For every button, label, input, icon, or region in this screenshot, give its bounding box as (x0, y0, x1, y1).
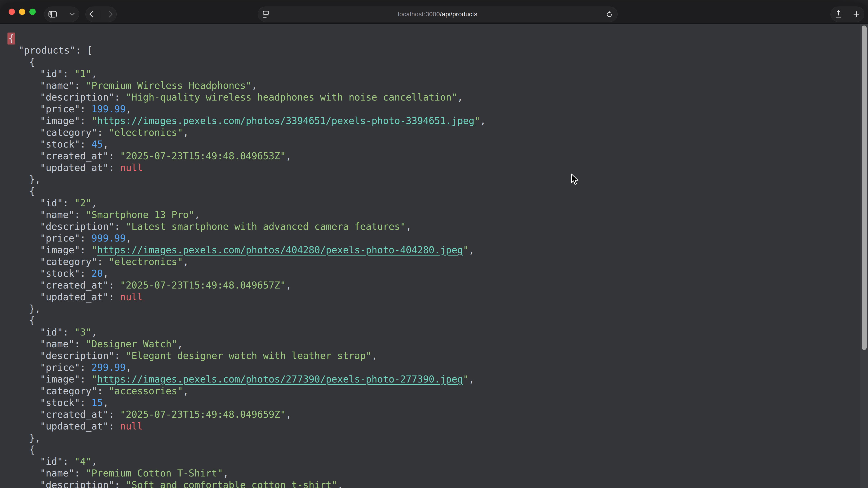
scrollbar-track[interactable] (860, 24, 868, 488)
json-line: "name": "Smartphone 13 Pro", (0, 209, 868, 221)
url-host: localhost:3000 (398, 11, 440, 18)
json-key: "image" (40, 374, 80, 385)
sidebar-toggle-button[interactable] (49, 11, 57, 18)
back-icon (89, 11, 94, 18)
json-token: : (97, 256, 109, 267)
json-line: { (0, 186, 868, 197)
forward-icon (108, 11, 113, 18)
json-string: "accessories" (108, 385, 183, 396)
minimize-window-button[interactable] (19, 8, 25, 15)
json-line: "name": "Designer Watch", (0, 338, 868, 350)
json-key: "image" (40, 245, 80, 256)
json-token: { (29, 444, 35, 455)
zoom-window-button[interactable] (29, 8, 36, 15)
json-token: , (286, 151, 291, 162)
json-line: { (0, 444, 868, 456)
json-key: "created_at" (40, 409, 108, 420)
json-token: : (97, 385, 109, 396)
json-line: "created_at": "2025-07-23T15:49:48.04965… (0, 280, 868, 291)
json-token: { (29, 186, 35, 197)
json-token: : (75, 45, 87, 56)
json-token: : (80, 245, 92, 256)
json-string: "electronics" (108, 127, 183, 138)
json-line: "description": "Soft and comfortable cot… (0, 479, 868, 488)
json-line: "category": "electronics", (0, 256, 868, 268)
json-root-brace: { (7, 33, 15, 44)
close-window-button[interactable] (8, 8, 15, 15)
image-url-link[interactable]: https://images.pexels.com/photos/3394651… (97, 115, 474, 126)
json-string: "1" (74, 68, 92, 79)
json-token: , (92, 197, 97, 208)
json-token: , (469, 245, 474, 256)
json-key: "id" (40, 456, 63, 467)
json-line: }, (0, 174, 868, 186)
json-key: "updated_at" (40, 162, 108, 173)
json-token: : (108, 162, 120, 173)
json-token: " (463, 374, 469, 385)
back-button[interactable] (89, 11, 94, 18)
scrollbar-thumb[interactable] (862, 26, 867, 350)
json-line: "created_at": "2025-07-23T15:49:48.04965… (0, 409, 868, 420)
json-token: , (103, 139, 108, 150)
json-line: "category": "electronics", (0, 127, 868, 138)
address-bar[interactable]: localhost:3000/api/products (258, 6, 618, 22)
json-viewer: {"products": [{"id": "1","name": "Premiu… (0, 24, 868, 488)
json-token: : (74, 468, 86, 479)
json-token: , (457, 92, 463, 103)
json-token: : (80, 115, 92, 126)
json-key: "id" (40, 197, 63, 208)
sidebar-menu-chevron-button[interactable] (69, 13, 75, 16)
json-line: "description": "Latest smartphone with a… (0, 221, 868, 232)
json-key: "products" (18, 45, 75, 56)
reload-icon (606, 11, 613, 18)
reload-button[interactable] (606, 7, 613, 22)
json-token: : (74, 209, 86, 220)
json-line: "updated_at": null (0, 291, 868, 303)
json-token: , (126, 362, 131, 373)
json-token: : (80, 374, 92, 385)
image-url-link[interactable]: https://images.pexels.com/photos/277390/… (97, 374, 463, 385)
forward-button[interactable] (108, 11, 113, 18)
image-url-link[interactable]: https://images.pexels.com/photos/404280/… (97, 245, 463, 256)
json-token: , (286, 280, 291, 291)
json-line: "name": "Premium Wireless Headphones", (0, 80, 868, 92)
json-token: , (103, 268, 108, 279)
json-token: { (29, 57, 35, 68)
json-token: : (80, 233, 92, 244)
json-token: , (337, 480, 343, 488)
json-token: , (183, 385, 188, 396)
json-token: : (114, 92, 126, 103)
json-string: "Smartphone 13 Pro" (86, 209, 194, 220)
json-key: "name" (40, 468, 74, 479)
json-key: "stock" (40, 139, 80, 150)
new-tab-button[interactable] (853, 11, 860, 18)
json-token: " (474, 115, 480, 126)
json-token: , (92, 68, 97, 79)
json-number: 20 (92, 268, 103, 279)
json-key: "price" (40, 362, 80, 373)
json-token: : (63, 68, 74, 79)
traffic-lights (8, 8, 36, 15)
json-token: : (80, 362, 92, 373)
json-token: : (97, 127, 109, 138)
json-line: "price": 199.99, (0, 103, 868, 115)
page-format-button[interactable] (263, 7, 269, 22)
url-path: /api/products (440, 11, 477, 18)
json-string: "Latest smartphone with advanced camera … (126, 221, 406, 232)
json-token: " (92, 115, 97, 126)
json-token: , (183, 256, 188, 267)
json-token: , (126, 103, 131, 115)
share-button[interactable] (835, 10, 842, 19)
json-line: "price": 999.99, (0, 232, 868, 244)
json-string: "2025-07-23T15:49:48.049657Z" (120, 280, 286, 291)
json-null: null (120, 162, 143, 173)
json-string: "3" (74, 327, 92, 338)
json-line: { (0, 33, 868, 44)
json-line: "name": "Premium Cotton T-Shirt", (0, 467, 868, 479)
json-token: : (114, 480, 126, 488)
json-key: "category" (40, 127, 97, 138)
json-token: , (103, 397, 108, 408)
json-line: "id": "3", (0, 326, 868, 338)
json-number: 15 (92, 397, 103, 408)
json-token: : (63, 197, 74, 208)
